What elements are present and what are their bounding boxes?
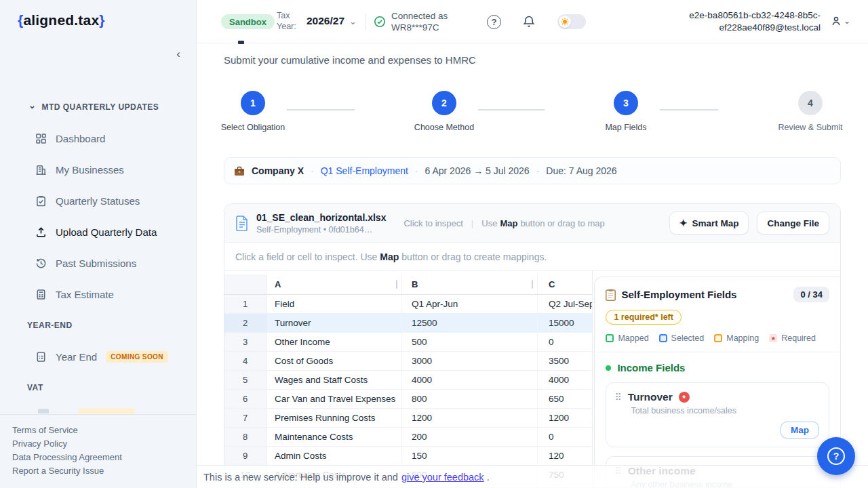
row-number[interactable]: 8 (224, 428, 267, 446)
map-button[interactable]: Map (781, 422, 819, 439)
required-indicator: * (679, 392, 690, 403)
obligation-summary: Company X · Q1 Self-Employment · 6 Apr 2… (224, 157, 841, 184)
sheet-row: 8 Maintenance Costs 200 0 (224, 428, 592, 447)
sidebar-item-dashboard[interactable]: Dashboard (35, 130, 105, 146)
clipped-nav-icon (38, 409, 49, 413)
cell-c8[interactable]: 0 (538, 428, 592, 446)
row-number[interactable]: 6 (224, 390, 267, 408)
sidebar-item-quarterly-statuses[interactable]: Quarterly Statuses (35, 192, 140, 209)
mapping-workspace-card: 01_SE_clean_horizontal.xlsx Self-Employm… (224, 203, 841, 488)
cell-c9[interactable]: 120 (538, 447, 592, 465)
file-info[interactable]: 01_SE_clean_horizontal.xlsx Self-Employm… (256, 212, 386, 235)
cell-c2[interactable]: 15000 (538, 314, 592, 332)
step-2-circle: 2 (432, 91, 456, 115)
help-fab-button[interactable]: ? (817, 437, 855, 475)
column-header-a[interactable]: A (267, 274, 402, 294)
cell-a7[interactable]: Premises Running Costs (267, 409, 402, 427)
cell-b3[interactable]: 500 (402, 333, 538, 351)
cell-b2[interactable]: 12500 (402, 314, 538, 332)
feedback-banner: This is a new service: Help us improve i… (197, 465, 868, 488)
dot-separator: · (311, 165, 314, 176)
clipped-coming-soon-badge (78, 408, 135, 414)
briefcase-icon (234, 166, 245, 176)
cell-c5[interactable]: 4000 (538, 371, 592, 389)
row-number[interactable]: 5 (224, 371, 267, 389)
dot-separator: · (536, 165, 540, 176)
legend-selected: Selected (659, 333, 705, 343)
calculator-icon (35, 289, 47, 300)
cell-a3[interactable]: Other Income (267, 333, 402, 351)
user-menu-button[interactable]: ⌄ (831, 16, 850, 26)
cell-c3[interactable]: 0 (538, 333, 592, 351)
sidebar-item-label: Upload Quarterly Data (56, 226, 157, 238)
notifications-button[interactable] (522, 15, 536, 28)
cell-a1[interactable]: Field (267, 295, 402, 313)
drag-handle-icon[interactable]: ⠿ (614, 392, 621, 403)
sidebar-item-label: Dashboard (56, 133, 105, 144)
sidebar-item-tax-estimate[interactable]: Tax Estimate (35, 286, 114, 302)
row-number[interactable]: 2 (224, 314, 267, 332)
sidebar-item-my-businesses[interactable]: My Businesses (35, 161, 124, 178)
feedback-link[interactable]: give your feedback (401, 472, 484, 483)
step-3-circle: 3 (614, 91, 638, 115)
question-icon: ? (487, 15, 501, 29)
divider (269, 14, 270, 30)
sidebar-item-upload-quarterly-data[interactable]: Upload Quarterly Data (35, 224, 157, 240)
sidebar-item-past-submissions[interactable]: Past Submissions (35, 255, 136, 271)
row-number[interactable]: 7 (224, 409, 267, 427)
cell-c7[interactable]: 1200 (538, 409, 592, 427)
field-card-turnover[interactable]: ⠿ Turnover * Total business income/sales… (606, 382, 829, 447)
sidebar-footer-links: Terms of Service Privacy Policy Data Pro… (0, 414, 196, 488)
chevron-down-icon: ⌄ (28, 100, 36, 110)
cell-c1[interactable]: Q2 Jul-Sep (538, 295, 592, 313)
brand-logo[interactable]: {aligned.tax} (18, 12, 105, 28)
cell-c4[interactable]: 3500 (538, 352, 592, 370)
corner-cell[interactable] (224, 274, 267, 294)
column-resize-handle[interactable] (396, 280, 397, 289)
pipe-separator: | (471, 218, 473, 228)
row-number[interactable]: 1 (224, 295, 267, 313)
cell-b4[interactable]: 3000 (402, 352, 538, 370)
column-header-c[interactable]: C (538, 274, 592, 294)
dot-separator: · (415, 165, 418, 176)
link-data-processing-agreement[interactable]: Data Processing Agreement (12, 451, 196, 464)
row-number[interactable]: 4 (224, 352, 267, 370)
tax-year-select[interactable]: 2026/27 ⌄ (307, 15, 357, 27)
link-report-security-issue[interactable]: Report a Security Issue (12, 464, 196, 478)
field-description: Total business income/sales (614, 406, 819, 415)
instruction-map-word: Map (380, 251, 399, 262)
cell-a5[interactable]: Wages and Staff Costs (267, 371, 402, 389)
row-number[interactable]: 9 (224, 447, 267, 465)
cell-c6[interactable]: 650 (538, 390, 592, 408)
smart-map-button[interactable]: ✦ Smart Map (669, 211, 749, 235)
cell-b8[interactable]: 200 (402, 428, 538, 446)
cell-b7[interactable]: 1200 (402, 409, 538, 427)
top-bar: Sandbox Tax Year: 2026/27 ⌄ Connected as… (197, 0, 868, 43)
step-3-label: Map Fields (568, 123, 684, 132)
cell-b6[interactable]: 800 (402, 390, 538, 408)
cell-b5[interactable]: 4000 (402, 371, 538, 389)
file-toolbar: 01_SE_clean_horizontal.xlsx Self-Employm… (224, 204, 840, 243)
sidebar-collapse-icon[interactable]: ‹ (172, 47, 185, 61)
tax-year-label: Tax Year: (277, 10, 296, 32)
cell-a6[interactable]: Car Van and Travel Expenses (267, 390, 402, 408)
cell-a4[interactable]: Cost of Goods (267, 352, 402, 370)
change-file-button[interactable]: Change File (757, 211, 829, 235)
help-button[interactable]: ? (487, 15, 501, 29)
cell-b9[interactable]: 150 (402, 447, 538, 465)
cell-b1[interactable]: Q1 Apr-Jun (402, 295, 538, 313)
link-privacy-policy[interactable]: Privacy Policy (12, 437, 196, 451)
theme-toggle[interactable] (557, 14, 586, 29)
feedback-text: This is a new service: Help us improve i… (203, 472, 398, 483)
cell-a9[interactable]: Admin Costs (267, 447, 402, 465)
cell-a8[interactable]: Maintenance Costs (267, 428, 402, 446)
sidebar-item-year-end[interactable]: Year End COMING SOON (35, 348, 168, 365)
sidebar-section-mtd[interactable]: ⌄ MTD QUARTERLY UPDATES (28, 99, 159, 115)
cell-a2[interactable]: Turnover (267, 314, 402, 332)
check-circle-icon (374, 16, 386, 28)
column-header-b[interactable]: B (402, 274, 538, 294)
link-terms-of-service[interactable]: Terms of Service (12, 424, 196, 437)
sidebar-item-label: Past Submissions (56, 258, 136, 269)
row-number[interactable]: 3 (224, 333, 267, 351)
column-resize-handle[interactable] (532, 280, 533, 289)
